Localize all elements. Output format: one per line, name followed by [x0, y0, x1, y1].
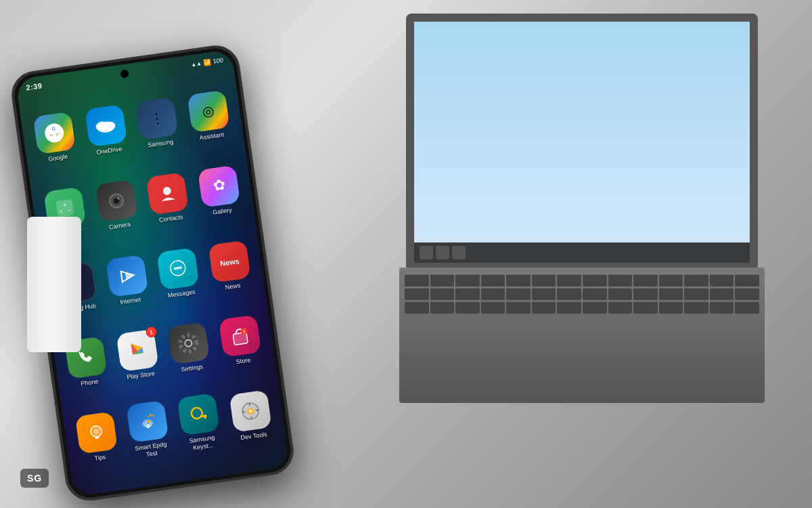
- key: [455, 288, 480, 300]
- app-label-contacts: Contacts: [158, 213, 183, 224]
- key: [684, 288, 708, 300]
- key: [430, 301, 455, 314]
- app-item-smartepdg[interactable]: Smart Epdg Test: [119, 391, 178, 470]
- app-item-devtools[interactable]: Dev Tools: [222, 377, 281, 456]
- key: [557, 274, 581, 287]
- app-item-onedrive[interactable]: OneDrive: [77, 91, 136, 171]
- key: [481, 301, 505, 314]
- app-item-google[interactable]: GoogleGoogle: [26, 99, 85, 178]
- app-icon-store: !: [219, 315, 261, 358]
- key: [735, 301, 759, 314]
- app-icon-google: Google: [33, 112, 76, 154]
- key: [633, 274, 658, 287]
- app-label-assistant: Assistant: [199, 131, 225, 142]
- app-item-news[interactable]: NewsNews: [201, 227, 260, 306]
- key: [532, 288, 556, 300]
- key: [583, 274, 607, 287]
- key: [608, 274, 633, 287]
- key: [506, 274, 531, 287]
- app-label-messages: Messages: [167, 288, 196, 299]
- laptop-taskbar: [414, 242, 750, 263]
- app-icon-onedrive: [85, 104, 127, 147]
- app-icon-messages: [157, 247, 200, 290]
- key: [633, 301, 658, 314]
- app-icon-settings: [167, 322, 210, 364]
- svg-line-48: [249, 403, 250, 406]
- key: [659, 288, 683, 300]
- app-label-settings: Settings: [181, 363, 204, 373]
- key: [455, 301, 480, 314]
- app-label-samsung: Samsung: [148, 138, 174, 149]
- app-item-playstore[interactable]: 1Play Store: [109, 316, 168, 396]
- app-icon-contacts: [146, 172, 189, 215]
- app-item-store[interactable]: !Store: [211, 301, 270, 381]
- app-label-devtools: Dev Tools: [240, 431, 267, 442]
- key: [506, 288, 531, 300]
- key: [735, 288, 759, 300]
- app-item-contacts[interactable]: Contacts: [139, 159, 198, 238]
- app-label-onedrive: OneDrive: [96, 146, 122, 156]
- key: [608, 288, 633, 300]
- app-item-settings[interactable]: Settings: [160, 309, 219, 388]
- key: [659, 301, 683, 314]
- app-icon-camera: [95, 179, 137, 222]
- svg-point-42: [191, 407, 203, 419]
- app-icon-news: News: [208, 240, 250, 282]
- key: [633, 288, 658, 300]
- key: [710, 301, 734, 314]
- app-item-internet[interactable]: Internet: [98, 241, 157, 320]
- key: [684, 301, 708, 314]
- svg-text:✿: ✿: [212, 176, 226, 194]
- app-item-tips[interactable]: Tips: [68, 398, 127, 478]
- app-label-playstore: Play Store: [127, 370, 156, 381]
- app-item-samsung[interactable]: ⋮Samsung: [129, 84, 187, 163]
- key: [608, 301, 633, 314]
- key: [405, 274, 429, 287]
- app-label-smartepdg: Smart Epdg Test: [129, 440, 173, 461]
- app-icon-assistant: ◎: [187, 90, 229, 133]
- key: [583, 288, 607, 300]
- app-icon-samsungkeys: [177, 393, 220, 436]
- status-icons: ▲▲ 📶 100: [191, 57, 224, 68]
- svg-text:News: News: [219, 257, 240, 268]
- key: [481, 288, 505, 300]
- laptop-screen-content: [414, 22, 750, 263]
- key: [532, 301, 556, 314]
- taskbar-icon-3: [452, 246, 466, 259]
- app-icon-samsung: ⋮: [135, 98, 178, 140]
- key: [735, 274, 759, 287]
- app-label-google: Google: [48, 153, 68, 163]
- svg-text:oo: oo: [49, 133, 54, 137]
- app-label-samsungkeys: Samsung Keyst...: [180, 433, 225, 453]
- app-item-assistant[interactable]: ◎Assistant: [179, 77, 238, 156]
- app-item-messages[interactable]: Messages: [150, 234, 208, 313]
- app-label-phone: Phone: [81, 378, 99, 387]
- key: [405, 288, 429, 300]
- svg-point-40: [147, 425, 150, 429]
- app-item-gallery[interactable]: ✿Gallery: [190, 152, 249, 231]
- status-time: 2:39: [26, 81, 43, 91]
- app-label-camera: Camera: [108, 221, 131, 231]
- laptop: [365, 0, 758, 406]
- key: [506, 301, 531, 314]
- badge-playstore: 1: [145, 326, 157, 338]
- watermark: SG: [20, 469, 49, 488]
- key: [557, 301, 581, 314]
- svg-line-51: [256, 410, 258, 410]
- taskbar-icon-2: [436, 246, 449, 259]
- key: [684, 274, 708, 287]
- phone-holder: [27, 217, 81, 352]
- app-label-tips: Tips: [94, 453, 106, 462]
- svg-point-32: [185, 339, 192, 347]
- app-icon-internet: [106, 254, 148, 297]
- key: [455, 274, 480, 287]
- laptop-keyboard: [399, 268, 765, 403]
- key: [405, 301, 429, 314]
- app-icon-tips: [75, 411, 118, 454]
- key: [659, 274, 683, 287]
- battery-indicator: 100: [212, 57, 223, 65]
- app-item-camera[interactable]: Camera: [88, 167, 147, 246]
- key: [481, 274, 505, 287]
- svg-line-50: [242, 412, 245, 412]
- app-item-samsungkeys[interactable]: Samsung Keyst...: [171, 383, 229, 463]
